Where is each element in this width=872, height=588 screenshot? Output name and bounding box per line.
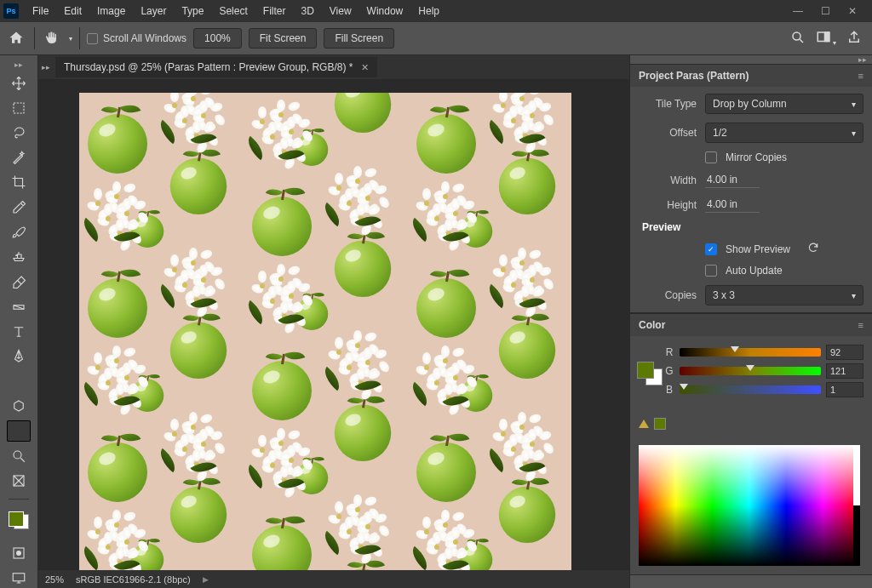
document-area: ▸▸ Thursday.psd @ 25% (Paras Pattern : P… [38,55,629,588]
show-preview-checkbox[interactable] [705,243,717,255]
fit-screen-button[interactable]: Fit Screen [249,28,318,49]
panel-menu-icon[interactable]: ≡ [858,320,863,330]
g-label: G [664,365,674,377]
pen-tool[interactable] [7,345,31,367]
zoom-tool[interactable] [7,445,31,466]
main-menu: File Edit Image Layer Type Select Filter… [26,2,446,20]
type-tool[interactable] [7,321,31,342]
tool-preset-caret-icon[interactable]: ▾ [69,35,72,43]
auto-update-checkbox[interactable] [705,265,717,277]
pattern-panel: Project Paras (Pattern) ≡ Tile Type Drop… [630,64,872,313]
pattern-panel-title: Project Paras (Pattern) [639,70,749,82]
screen-mode-tool[interactable] [7,568,31,588]
mirror-copies-label: Mirror Copies [726,151,787,163]
toolbar: ▸▸ [0,55,38,588]
window-controls: — ☐ ✕ [792,5,869,17]
scroll-all-windows-checkbox[interactable]: Scroll All Windows [87,32,186,44]
status-zoom[interactable]: 25% [45,574,64,585]
menu-filter[interactable]: Filter [256,2,293,20]
zoom-100-button[interactable]: 100% [193,28,242,49]
preview-title: Preview [642,221,863,233]
right-panels: ▸▸ Project Paras (Pattern) ≡ Tile Type D… [629,55,872,588]
document-tabs: ▸▸ Thursday.psd @ 25% (Paras Pattern : P… [38,55,629,79]
panel-menu-icon[interactable]: ≡ [858,71,863,81]
workspace-icon[interactable]: ▾ [816,30,836,48]
gradient-tool[interactable] [7,296,31,317]
brush-tool[interactable] [7,221,31,243]
menubar: Ps File Edit Image Layer Type Select Fil… [0,0,872,22]
svg-rect-4 [14,103,24,113]
panel-collapse-icon[interactable]: ▸▸ [42,63,50,71]
menu-view[interactable]: View [323,2,359,20]
path-selection-tool[interactable] [7,371,31,392]
g-slider[interactable] [680,367,821,375]
share-icon[interactable] [846,30,862,48]
b-value[interactable]: 1 [826,382,863,397]
eraser-tool[interactable] [7,271,31,293]
document-tab[interactable]: Thursday.psd @ 25% (Paras Pattern : Prev… [55,57,377,77]
clone-stamp-tool[interactable] [7,247,31,268]
tile-type-select[interactable]: Drop by Column▾ [705,94,863,114]
foreground-background-color[interactable] [9,511,29,530]
crop-tool[interactable] [7,172,31,193]
marquee-tool[interactable] [7,97,31,118]
minimize-icon[interactable]: — [792,5,804,17]
options-bar: ▾ Scroll All Windows 100% Fit Screen Fil… [0,22,872,55]
menu-3d[interactable]: 3D [294,2,320,20]
mirror-copies-checkbox[interactable] [705,151,717,163]
copies-select[interactable]: 3 x 3▾ [705,285,863,305]
menu-image[interactable]: Image [90,2,132,20]
tile-type-label: Tile Type [639,98,697,110]
menu-window[interactable]: Window [360,2,410,20]
magic-wand-tool[interactable] [7,147,31,168]
app-logo: Ps [3,3,19,19]
home-button[interactable] [5,27,27,49]
color-swatch[interactable] [639,363,657,382]
search-icon[interactable] [790,30,806,48]
menu-help[interactable]: Help [411,2,446,20]
show-preview-label: Show Preview [726,243,790,255]
fill-screen-button[interactable]: Fill Screen [324,28,394,49]
height-input[interactable]: 4.00 in [705,197,760,213]
auto-update-label: Auto Update [726,265,783,277]
menu-select[interactable]: Select [212,2,254,20]
right-collapse-icon[interactable]: ▸▸ [630,55,872,64]
menu-layer[interactable]: Layer [134,2,173,20]
menu-file[interactable]: File [26,2,55,20]
color-spectrum[interactable] [639,445,860,566]
copies-label: Copies [639,289,697,301]
hand-icon [42,29,60,48]
maximize-icon[interactable]: ☐ [819,5,831,17]
offset-label: Offset [639,127,697,139]
refresh-icon[interactable] [807,242,819,256]
gamut-warning-icon[interactable] [639,420,649,428]
height-label: Height [639,199,697,211]
status-caret-icon[interactable]: ▶ [203,575,209,584]
offset-select[interactable]: 1/2▾ [705,123,863,143]
quick-mask-tool[interactable] [7,542,31,563]
eyedropper-tool[interactable] [7,197,31,218]
shape-tool[interactable] [7,396,31,417]
tab-close-icon[interactable]: ✕ [361,62,369,73]
menu-edit[interactable]: Edit [57,2,89,20]
status-profile[interactable]: sRGB IEC61966-2.1 (8bpc) [76,574,191,585]
width-input[interactable]: 4.00 in [705,172,760,188]
edit-toolbar-tool[interactable] [7,471,31,492]
g-value[interactable]: 121 [826,363,863,379]
canvas[interactable] [79,93,571,574]
move-tool[interactable] [7,72,31,94]
gamut-swatch[interactable] [654,418,666,430]
close-icon[interactable]: ✕ [846,5,858,17]
lasso-tool[interactable] [7,122,31,143]
menu-type[interactable]: Type [175,2,210,20]
r-slider[interactable] [680,348,821,357]
svg-point-11 [16,551,21,556]
r-value[interactable]: 92 [826,345,863,360]
svg-rect-12 [13,574,25,581]
hand-tool[interactable] [7,420,31,442]
svg-line-1 [800,39,803,43]
b-label: B [664,384,674,396]
toolbar-expand-icon[interactable]: ▸▸ [14,60,23,69]
svg-point-7 [14,451,21,459]
b-slider[interactable] [680,385,821,394]
